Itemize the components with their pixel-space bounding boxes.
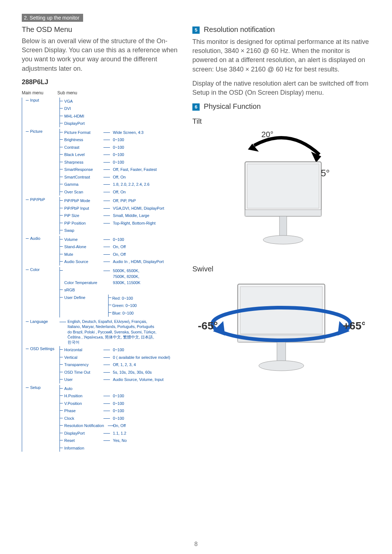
reset-val: Yes, No [103, 438, 127, 444]
user-define-red: Red: 0~100 [112, 295, 137, 302]
pip-mode: PiP/PbP Mode [64, 198, 103, 204]
menu-language-label: Language [30, 319, 58, 324]
left-column: The OSD Menu Below is an overall view of… [22, 25, 178, 453]
smartcontrast: SmartContrast [64, 174, 103, 180]
osd-title: The OSD Menu [22, 25, 178, 34]
vertical: Vertical [64, 354, 103, 361]
black-level: Black Level [64, 152, 103, 158]
menu-pip: PiP/PbP PiP/PbP ModeOff, PiP, PbP PiP/Pb… [26, 197, 178, 234]
model-number: 288P6LJ [22, 78, 178, 86]
pip-size: PiP Size [64, 213, 103, 219]
menu-osd-settings: OSD Settings Horizontal0~100 Vertical0 (… [26, 346, 178, 383]
resolution-notification-title: Resolution notification [204, 25, 275, 33]
language-list: English, Deutsch, Español, Ελληνική, Fra… [66, 319, 157, 345]
phase-val: 0~100 [103, 408, 124, 414]
pip-swap: Swap [64, 227, 103, 234]
horizontal: Horizontal [64, 347, 103, 353]
v-position-val: 0~100 [103, 401, 124, 407]
smartresponse: SmartResponse [64, 167, 103, 173]
resolution-p1: This monitor is designed for optimal per… [192, 37, 370, 74]
audio-source-val: Audio In , HDMI, DisplayPort [103, 259, 164, 265]
page-number: 8 [0, 541, 392, 547]
menu-setup-label: Setup [30, 385, 58, 390]
menu-picture-label: Picture [30, 129, 58, 134]
resolution-notification-heading: 5 Resolution notification [192, 25, 370, 34]
step-5-icon: 5 [192, 26, 200, 34]
menu-picture: Picture Picture FormatWide Screen, 4:3 B… [26, 129, 178, 196]
mute: Mute [64, 251, 103, 258]
osd-user: User [64, 377, 103, 383]
user-define-blue: Blue: 0~100 [112, 309, 137, 317]
physical-function-heading: 6 Physical Function [192, 102, 370, 111]
menu-pip-label: PiP/PbP [30, 197, 58, 202]
pip-size-val: Small, Middle, Large [103, 213, 149, 219]
sharpness-val: 0~100 [103, 159, 124, 165]
overscan-val: Off, On [103, 189, 126, 195]
vertical-val: 0 ( available for selective model) [103, 354, 170, 361]
contrast-val: 0~100 [103, 144, 124, 151]
osd-user-val: Audio Source, Volume, Input [103, 377, 163, 383]
menu-input: Input VGA DVI MHL-HDMI DisplayPort [26, 98, 178, 127]
v-position: V.Position [64, 401, 103, 407]
input-mhl-hdmi: MHL-HDMI [64, 113, 103, 119]
menu-audio: Audio Volume0~100 Stand-AloneOn, Off Mut… [26, 236, 178, 266]
picture-format-val: Wide Screen, 4:3 [103, 130, 143, 136]
color-temp: Color Temperature [64, 280, 103, 286]
swivel-figure: -65° +65° [192, 277, 370, 387]
swivel-right-label: +65° [343, 320, 365, 332]
tilt-heading: Tilt [192, 117, 370, 126]
smartcontrast-val: Off, On [103, 174, 126, 180]
menu-color: Color Color Temperature5000K, 6500K, 750… [26, 267, 178, 318]
osd-menu-tree: Input VGA DVI MHL-HDMI DisplayPort Pictu… [22, 98, 178, 452]
transparency: Transparency [64, 362, 103, 368]
audio-source: Audio Source [64, 259, 103, 265]
clock-val: 0~100 [103, 415, 124, 422]
user-define-green: Green: 0~100 [112, 302, 137, 309]
contrast: Contrast [64, 144, 103, 151]
sharpness: Sharpness [64, 159, 103, 165]
volume: Volume [64, 237, 103, 243]
h-position: H.Position [64, 393, 103, 399]
information: Information [64, 445, 103, 451]
resolution-notification-val: On, Off [108, 423, 126, 429]
color-temp-val: 5000K, 6500K, 7500K, 8200K, 9300K, 11500… [103, 268, 151, 286]
osd-timeout-val: 5s, 10s, 20s, 30s, 60s [103, 369, 152, 376]
black-level-val: 0~100 [103, 152, 124, 158]
section-tab: 2. Setting up the monitor [22, 14, 83, 22]
mute-val: On, Off [103, 251, 126, 258]
svg-rect-10 [277, 342, 286, 362]
phase: Phase [64, 408, 103, 414]
picture-format: Picture Format [64, 130, 103, 136]
menu-setup: Setup Auto H.Position0~100 V.Position0~1… [26, 385, 178, 452]
osd-timeout: OSD Time Out [64, 369, 103, 376]
svg-rect-4 [245, 210, 321, 216]
srgb: sRGB [64, 287, 103, 293]
standalone: Stand-Alone [64, 244, 103, 250]
input-displayport: DisplayPort [64, 120, 103, 127]
horizontal-val: 0~100 [103, 347, 124, 353]
pip-position: PiP Position [64, 220, 103, 226]
svg-point-6 [263, 235, 303, 244]
gamma-val: 1.8, 2.0, 2.2, 2.4, 2.6 [103, 181, 150, 188]
swivel-heading: Swivel [192, 265, 370, 273]
svg-rect-3 [247, 164, 319, 208]
user-define: User Define [64, 295, 103, 301]
pip-mode-val: Off, PiP, PbP [103, 198, 136, 204]
menu-input-label: Input [30, 98, 58, 102]
standalone-val: On, Off [103, 244, 126, 250]
menu-columns-header: Main menu Sub menu [22, 90, 178, 95]
input-dvi: DVI [64, 106, 103, 112]
osd-intro: Below is an overall view of the structur… [22, 37, 178, 73]
resolution-notification: Resolution Notification [64, 423, 108, 429]
overscan: Over Scan [64, 189, 103, 195]
swivel-left-label: -65° [198, 320, 218, 332]
menu-osd-settings-label: OSD Settings [30, 346, 58, 351]
clock: Clock [64, 415, 103, 422]
pip-input-val: VGA,DVI, HDMI, DisplayPort [103, 205, 164, 212]
brightness-val: 0~100 [103, 137, 124, 143]
transparency-val: Off, 1, 2, 3, 4 [103, 362, 136, 368]
svg-point-11 [259, 361, 304, 371]
resolution-p2: Display of the native resolution alert c… [192, 79, 370, 97]
svg-rect-5 [279, 216, 287, 236]
step-6-icon: 6 [192, 103, 200, 111]
